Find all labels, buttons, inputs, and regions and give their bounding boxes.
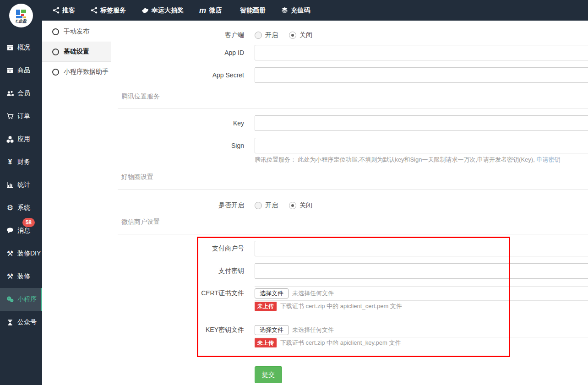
submenu-item[interactable]: 基础设置: [42, 42, 111, 62]
apply-key-link[interactable]: 申请密钥: [536, 156, 560, 163]
app-secret-row: App Secret: [111, 67, 588, 83]
location-help-text: 腾讯位置服务： 此处为小程序定位功能,不填则为默认key和Sign一天限制请求一…: [255, 156, 560, 164]
dove-icon: [142, 7, 149, 14]
nav-item[interactable]: m 微店: [199, 6, 222, 15]
diy-icon: ⚒: [6, 250, 14, 257]
message-icon: [6, 227, 14, 234]
circle-icon: [52, 28, 59, 35]
sign-input[interactable]: [255, 138, 588, 153]
submit-button[interactable]: 提交: [255, 366, 282, 383]
pay-mchid-label: 支付商户号: [111, 244, 244, 253]
apps-icon: [6, 136, 14, 143]
decorate-icon: ⚒: [6, 273, 14, 280]
submenu-item[interactable]: 小程序数据助手: [42, 62, 111, 82]
sidebar-item[interactable]: 统计: [0, 174, 42, 196]
key-file-strip: 选择文件 未选择任何文件: [255, 323, 588, 337]
brand-name: E企盈: [16, 19, 27, 23]
cert-file-label: CERT证书文件: [111, 289, 244, 298]
client-open-radio[interactable]: [255, 32, 262, 39]
cert-not-uploaded-badge: 未上传: [255, 302, 277, 311]
submenu-item[interactable]: 手动发布: [42, 22, 111, 42]
haowu-enable-row: 是否开启 开启 关闭: [111, 198, 323, 213]
haowu-close-radio[interactable]: [289, 202, 296, 209]
cert-file-row: CERT证书文件 选择文件 未选择任何文件: [111, 286, 588, 301]
section-title-location: 腾讯位置服务: [121, 92, 160, 101]
sidebar: E企盈 概况 商品 会员 订单: [0, 0, 42, 385]
key-label: Key: [111, 119, 244, 127]
cert-choose-file-button[interactable]: 选择文件: [255, 288, 289, 298]
section-title-haowu: 好物圈设置: [121, 173, 153, 181]
goods-icon: [6, 67, 14, 74]
app-id-label: App ID: [111, 49, 244, 56]
unread-count-badge: 58: [22, 218, 35, 227]
sidebar-item[interactable]: 订单: [0, 105, 42, 128]
key-file-label: KEY密钥文件: [111, 326, 244, 334]
pay-mchid-row: 支付商户号: [111, 241, 588, 256]
submenu: 手动发布 基础设置 小程序数据助手: [42, 21, 111, 385]
stats-icon: [6, 181, 14, 189]
key-not-uploaded-badge: 未上传: [255, 338, 277, 347]
haowu-enable-label: 是否开启: [111, 201, 244, 210]
sign-row: Sign: [111, 138, 588, 153]
pay-mchid-input[interactable]: [255, 241, 588, 256]
weidian-icon: m: [199, 6, 206, 14]
brand-logo[interactable]: E企盈: [9, 4, 33, 27]
cert-file-placeholder: 未选择任何文件: [292, 289, 334, 298]
client-row: 客户端 开启 关闭: [111, 27, 323, 43]
miniprogram-icon: [6, 296, 14, 303]
section-divider: [118, 108, 588, 109]
cert-help-text: 下载证书 cert.zip 中的 apiclient_cert.pem 文件: [280, 302, 402, 310]
key-input[interactable]: [255, 115, 588, 131]
sidebar-item[interactable]: 应用: [0, 128, 42, 151]
client-radio-group: 开启 关闭: [255, 31, 323, 39]
overview-icon: [6, 44, 14, 51]
sidebar-item[interactable]: 消息 58: [0, 219, 42, 242]
sidebar-item[interactable]: 商品: [0, 59, 42, 82]
top-navbar: 推客 标签服务 幸运大抽奖 m 微店 智能画册 充值码: [0, 0, 588, 21]
orders-icon: [6, 113, 14, 120]
sidebar-item[interactable]: ⚙ 系统: [0, 196, 42, 219]
sidebar-item[interactable]: 会员: [0, 82, 42, 105]
app-secret-input[interactable]: [255, 67, 588, 83]
recharge-icon: [281, 7, 288, 14]
pay-key-row: 支付密钥: [111, 263, 588, 279]
nav-item[interactable]: 智能画册: [237, 6, 266, 15]
client-label: 客户端: [111, 31, 244, 39]
app-id-input[interactable]: [255, 45, 588, 60]
official-icon: [6, 319, 14, 326]
cert-file-strip: 选择文件 未选择任何文件: [255, 286, 588, 301]
client-close-radio[interactable]: [289, 32, 296, 39]
nav-item[interactable]: 推客: [53, 6, 75, 15]
key-choose-file-button[interactable]: 选择文件: [255, 325, 289, 335]
haowu-radio-group: 开启 关闭: [255, 201, 323, 210]
sidebar-item[interactable]: 小程序: [0, 288, 42, 311]
nav-item[interactable]: 充值码: [281, 6, 310, 15]
app-secret-label: App Secret: [111, 71, 244, 79]
share-icon: [91, 7, 98, 14]
circle-icon: [52, 69, 59, 76]
sidebar-item[interactable]: ¥ 财务: [0, 151, 42, 174]
settings-form: 客户端 开启 关闭 App ID App Secret 腾讯位置服务 Key S…: [111, 21, 588, 385]
cert-status-row: 未上传 下载证书 cert.zip 中的 apiclient_cert.pem …: [255, 302, 402, 311]
key-file-placeholder: 未选择任何文件: [292, 326, 334, 334]
sidebar-item[interactable]: 概况: [0, 36, 42, 59]
haowu-open-radio[interactable]: [255, 202, 262, 209]
sidebar-item[interactable]: ⚒ 装修: [0, 265, 42, 288]
nav-item[interactable]: 幸运大抽奖: [142, 6, 184, 15]
nav-item[interactable]: 标签服务: [91, 6, 126, 15]
key-status-row: 未上传 下载证书 cert.zip 中的 apiclient_key.pem 文…: [255, 338, 401, 347]
sidebar-menu: 概况 商品 会员 订单 应用: [0, 36, 42, 334]
app-id-row: App ID: [111, 45, 588, 60]
system-icon: ⚙: [6, 204, 14, 211]
sidebar-item[interactable]: 公众号: [0, 311, 42, 334]
key-file-row: KEY密钥文件 选择文件 未选择任何文件: [111, 323, 588, 337]
share-icon: [53, 7, 60, 14]
logo-icon: [16, 10, 27, 19]
sidebar-item[interactable]: ⚒ 装修DIY: [0, 242, 42, 265]
sign-label: Sign: [111, 142, 244, 149]
pay-key-input[interactable]: [255, 263, 588, 279]
key-help-text: 下载证书 cert.zip 中的 apiclient_key.pem 文件: [280, 339, 401, 347]
finance-icon: ¥: [6, 158, 14, 166]
section-divider: [118, 234, 588, 234]
members-icon: [6, 90, 14, 97]
